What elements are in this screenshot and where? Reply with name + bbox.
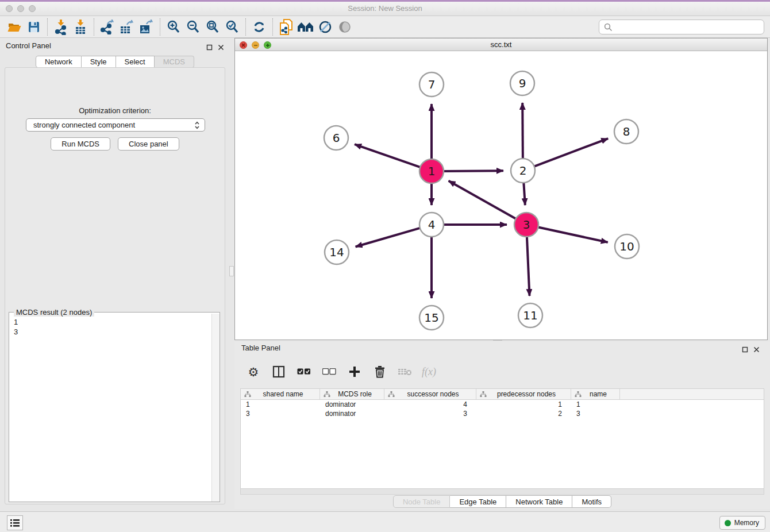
select-all-button[interactable] <box>295 363 313 380</box>
criterion-select[interactable]: strongly connected component <box>26 118 205 132</box>
float-panel-button[interactable] <box>206 43 213 53</box>
memory-button[interactable]: Memory <box>719 516 765 530</box>
table-panel: Table Panel ⚙ <box>234 341 770 509</box>
search-input[interactable] <box>616 23 759 32</box>
mcds-result-text[interactable]: 1 3 <box>9 314 211 502</box>
close-table-panel-button[interactable] <box>753 345 760 355</box>
graph-edge-1-6[interactable] <box>355 144 421 168</box>
vertical-splitter-grip[interactable] <box>229 266 234 276</box>
table-cell[interactable]: 3 <box>384 409 476 418</box>
export-network-button[interactable] <box>98 18 117 36</box>
import-network-icon <box>53 19 68 35</box>
import-table-button[interactable] <box>71 18 90 36</box>
network-canvas[interactable]: 7968124314101511 <box>235 51 767 340</box>
table-settings-button[interactable]: ⚙ <box>245 363 262 380</box>
export-table-icon <box>119 20 135 34</box>
hierarchy-icon <box>480 391 487 398</box>
search-field[interactable] <box>599 20 764 34</box>
window-title: Session: New Session <box>0 4 770 13</box>
table-cell[interactable]: 1 <box>241 400 320 409</box>
graph-edge-3-1[interactable] <box>449 181 517 219</box>
hierarchy-icon <box>324 391 330 398</box>
graph-edge-2-3[interactable] <box>523 182 525 205</box>
column-header-name[interactable]: name <box>571 389 620 399</box>
table-row[interactable]: 1dominator411 <box>241 400 764 409</box>
run-mcds-button[interactable]: Run MCDS <box>51 137 110 151</box>
column-header-MCDS-role[interactable]: MCDS role <box>320 389 384 399</box>
float-table-panel-button[interactable] <box>742 345 748 355</box>
control-panel-tabs: Network Style Select MCDS <box>0 56 230 68</box>
close-panel-action-button[interactable]: Close panel <box>118 137 179 151</box>
refresh-view-button[interactable] <box>249 18 269 36</box>
table-cell[interactable]: dominator <box>320 400 384 409</box>
tab-edge-table[interactable]: Edge Table <box>450 495 506 508</box>
hierarchy-icon <box>388 391 395 398</box>
tab-network[interactable]: Network <box>36 56 82 68</box>
refresh-icon <box>252 20 267 34</box>
graph-node-label-7: 7 <box>428 78 436 91</box>
table-hscrollbar[interactable] <box>240 489 764 495</box>
column-header-label: predecessor nodes <box>487 390 571 398</box>
toolbar-separator <box>47 18 48 36</box>
table-cell[interactable]: 1 <box>571 400 620 409</box>
delete-table-button <box>396 363 414 380</box>
deselect-all-button[interactable] <box>321 363 338 380</box>
table-panel-title: Table Panel <box>241 344 280 352</box>
zoom-out-button[interactable] <box>183 18 203 36</box>
table-cell[interactable]: 3 <box>571 409 620 418</box>
zoom-selected-button[interactable] <box>222 18 242 36</box>
add-row-button[interactable] <box>346 363 363 380</box>
graph-edge-3-11[interactable] <box>527 236 530 296</box>
list-icon <box>10 519 20 527</box>
result-scrollbar[interactable] <box>211 314 220 502</box>
network-view-frame: scc.txt 7968124314101511 <box>234 38 768 340</box>
tab-style[interactable]: Style <box>82 56 116 68</box>
table-cell[interactable]: 2 <box>476 409 571 418</box>
main-toolbar <box>0 16 770 38</box>
graph-node-label-2: 2 <box>519 164 527 178</box>
table-cell[interactable]: 1 <box>476 400 571 409</box>
table-toolbar: ⚙ <box>240 361 764 383</box>
network-frame-titlebar[interactable]: scc.txt <box>235 38 767 51</box>
show-hide-button[interactable] <box>335 18 355 36</box>
close-panel-button[interactable] <box>218 43 224 53</box>
column-header-successor-nodes[interactable]: successor nodes <box>384 389 476 399</box>
graph-edge-2-8[interactable] <box>533 138 608 167</box>
graph-edge-1-2[interactable] <box>442 171 503 171</box>
graph-edge-3-10[interactable] <box>537 227 608 242</box>
mcds-tab-content: Optimization criterion: strongly connect… <box>5 67 225 504</box>
graph-edge-4-14[interactable] <box>356 228 421 246</box>
tab-select[interactable]: Select <box>116 56 155 68</box>
table-cell[interactable]: 3 <box>241 409 320 418</box>
table-cell[interactable]: dominator <box>320 409 384 418</box>
table-cell[interactable]: 4 <box>384 400 476 409</box>
window-titlebar: Session: New Session <box>0 2 770 16</box>
tab-node-table[interactable]: Node Table <box>393 495 451 508</box>
graph-node-label-8: 8 <box>623 125 630 138</box>
fx-icon: f(x) <box>422 366 436 378</box>
export-image-button[interactable] <box>137 18 156 36</box>
first-neighbors-button[interactable] <box>296 18 315 36</box>
export-table-button[interactable] <box>117 18 137 36</box>
columns-icon <box>272 365 285 378</box>
column-header-predecessor-nodes[interactable]: predecessor nodes <box>476 389 571 399</box>
task-history-button[interactable] <box>7 515 23 530</box>
zoom-in-button[interactable] <box>164 18 183 36</box>
graph-node-label-3: 3 <box>523 218 530 232</box>
network-frame-title: scc.txt <box>235 40 767 49</box>
table-row[interactable]: 3dominator323 <box>241 409 764 418</box>
column-header-shared-name[interactable]: shared name <box>241 389 320 399</box>
tab-network-table[interactable]: Network Table <box>506 495 572 508</box>
duplicate-network-button[interactable] <box>276 18 296 36</box>
delete-row-button[interactable] <box>371 363 388 380</box>
table-panel-tabs: Node Table Edge Table Network Table Moti… <box>234 495 770 508</box>
save-session-button[interactable] <box>24 18 44 36</box>
tab-mcds[interactable]: MCDS <box>155 56 194 68</box>
apply-style-button[interactable] <box>315 18 335 36</box>
open-session-button[interactable] <box>5 18 24 36</box>
graph-edge-2-9[interactable] <box>522 103 523 160</box>
column-layout-button[interactable] <box>270 363 287 380</box>
zoom-fit-button[interactable] <box>203 18 222 36</box>
tab-motifs[interactable]: Motifs <box>572 495 611 508</box>
import-network-button[interactable] <box>51 18 71 36</box>
